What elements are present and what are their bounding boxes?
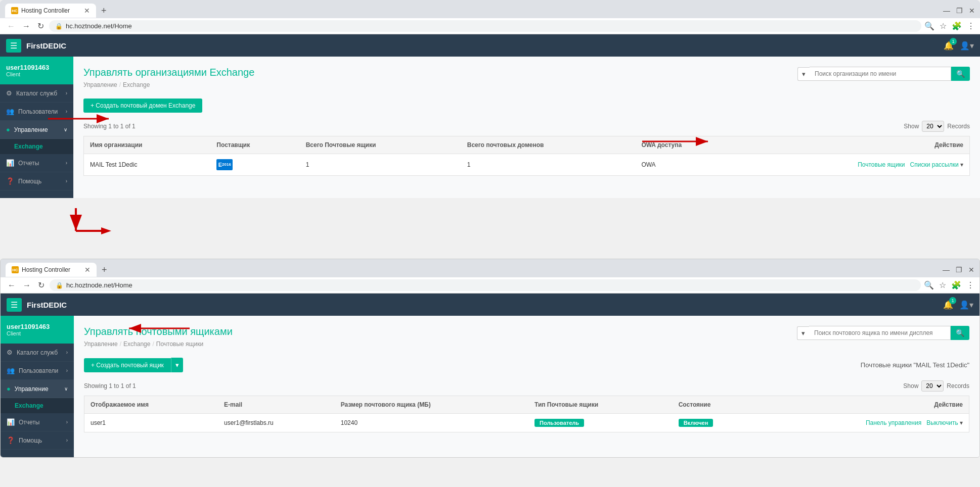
new-tab-button-1[interactable]: + — [98, 5, 110, 17]
app-header-1: ☰ FirstDEDIC 🔔 1 👤▾ — [0, 34, 980, 57]
sidebar-user-1: user11091463 Client — [0, 57, 73, 84]
notification-badge-1[interactable]: 🔔 1 — [944, 41, 954, 51]
create-exchange-domain-button[interactable]: + Создать почтовый домен Exchange — [83, 99, 202, 113]
address-bar-2: ← → ↻ 🔒 hc.hoztnodе.net/Home 🔍 ☆ 🧩 ⋮ — [1, 277, 979, 294]
sidebar-item-catalog-1[interactable]: ⚙ Каталог служб › — [0, 84, 73, 103]
minimize-button-2[interactable]: — — [943, 266, 950, 274]
help-icon-1: ❓ — [6, 177, 14, 185]
reports-chevron-1: › — [66, 160, 67, 166]
back-button-1[interactable]: ← — [5, 21, 17, 32]
address-field-2[interactable]: 🔒 hc.hoztnodе.net/Home — [50, 279, 921, 291]
tab-close-2[interactable]: ✕ — [84, 266, 91, 274]
reports-label-1: Отчеты — [18, 160, 39, 167]
reload-button-1[interactable]: ↻ — [35, 20, 46, 32]
search-icon-2[interactable]: 🔍 — [924, 280, 934, 290]
show-label-2: Show — [903, 382, 918, 389]
create-mailbox-dropdown[interactable]: ▾ — [171, 358, 183, 372]
extensions-icon-2[interactable]: 🧩 — [951, 280, 961, 290]
user-menu-button-2[interactable]: 👤▾ — [959, 300, 973, 310]
cell-org-name: MAIL Test 1Dedic — [84, 154, 211, 176]
sidebar-sub-exchange-2[interactable]: Exchange — [1, 398, 74, 413]
notif-count-1: 1 — [950, 38, 957, 45]
reports-icon-2: 📊 — [7, 418, 15, 426]
tab-favicon-1: HC — [11, 7, 18, 14]
hamburger-button-1[interactable]: ☰ — [6, 39, 21, 53]
disable-action-link[interactable]: Выключить — [926, 419, 958, 426]
sidebar-sub-exchange-1[interactable]: Exchange — [0, 139, 73, 154]
reload-button-2[interactable]: ↻ — [36, 279, 47, 291]
control-panel-action-link[interactable]: Панель управления — [866, 419, 921, 426]
breadcrumb-management-2: Управление — [84, 340, 118, 348]
cell-total-mailboxes: 1 — [300, 154, 461, 176]
action-dropdown-2[interactable]: ▾ — [960, 419, 963, 426]
show-select-1[interactable]: 20 50 — [922, 121, 944, 132]
close-window-2[interactable]: ✕ — [968, 266, 974, 274]
user-menu-button-1[interactable]: 👤▾ — [960, 41, 974, 51]
status-badge: Включен — [679, 419, 714, 427]
search-button-1[interactable]: 🔍 — [951, 67, 970, 81]
tab-close-1[interactable]: ✕ — [84, 7, 90, 15]
create-mailbox-button[interactable]: + Создать почтовый ящик — [84, 358, 171, 372]
browser-icons-1: 🔍 ☆ 🧩 ⋮ — [924, 21, 975, 31]
sidebar-nav-1: ⚙ Каталог служб › 👥 Пользователи › ● Упр… — [0, 84, 73, 198]
reports-chevron-2: › — [66, 419, 68, 425]
top-actions-1: + Создать почтовый домен Exchange — [83, 99, 970, 113]
new-tab-button-2[interactable]: + — [99, 264, 110, 276]
cell-action: Почтовые ящики Списки рассылки ▾ — [738, 154, 970, 176]
hamburger-button-2[interactable]: ☰ — [7, 298, 22, 312]
minimize-button-1[interactable]: — — [943, 7, 950, 15]
sidebar-item-users-1[interactable]: 👥 Пользователи › — [0, 103, 73, 121]
sidebar-item-reports-1[interactable]: 📊 Отчеты › — [0, 154, 73, 172]
active-tab-1[interactable]: HC Hosting Controller ✕ — [5, 4, 96, 18]
close-window-1[interactable]: ✕ — [969, 7, 975, 15]
cell-display-name: user1 — [84, 414, 218, 432]
mailboxes-action-link[interactable]: Почтовые ящики — [858, 161, 905, 168]
exchange-sub-label-1: Exchange — [14, 143, 43, 150]
search-input-1[interactable] — [810, 67, 951, 81]
sidebar-item-help-1[interactable]: ❓ Помощь › — [0, 172, 73, 190]
active-tab-2[interactable]: HC Hosting Controller ✕ — [6, 263, 97, 277]
site-title-1: FirstDEDIC — [26, 41, 66, 50]
bookmark-icon-2[interactable]: ☆ — [939, 280, 946, 290]
search-input-2[interactable] — [809, 326, 951, 340]
management-label-2: Управление — [15, 385, 49, 393]
browser-icons-2: 🔍 ☆ 🧩 ⋮ — [924, 280, 974, 290]
show-select-2[interactable]: 20 50 — [921, 380, 944, 392]
mailboxes-table: Отображаемое имя E-mail Размер почтового… — [84, 396, 969, 432]
sidebar-item-reports-2[interactable]: 📊 Отчеты › — [1, 413, 74, 431]
show-row-2: Show 20 50 Records — [903, 380, 969, 392]
notification-badge-2[interactable]: 🔔 1 — [943, 300, 953, 310]
mailing-lists-action-link[interactable]: Списки рассылки — [910, 161, 959, 168]
forward-button-2[interactable]: → — [21, 280, 33, 291]
app-2: ☰ FirstDEDIC 🔔 1 👤▾ user11091463 Client — [1, 294, 979, 457]
breadcrumb-exchange-1: Exchange — [123, 81, 150, 88]
bookmark-icon-1[interactable]: ☆ — [940, 21, 947, 31]
search-icon-1[interactable]: 🔍 — [924, 21, 934, 31]
sidebar-item-management-1[interactable]: ● Управление ∨ — [0, 121, 73, 139]
sidebar-item-catalog-2[interactable]: ⚙ Каталог служб › — [1, 344, 74, 362]
tab-title-2: Hosting Controller — [22, 266, 70, 273]
col-action: Действие — [738, 136, 970, 154]
page-title-2: Управлять почтовыми ящиками — [84, 326, 233, 337]
search-dropdown-btn-2[interactable]: ▾ — [797, 326, 809, 340]
sidebar-item-help-2[interactable]: ❓ Помощь › — [1, 431, 74, 450]
address-field-1[interactable]: 🔒 hc.hoztnodе.net/Home — [49, 20, 921, 32]
back-button-2[interactable]: ← — [6, 280, 18, 291]
menu-icon-1[interactable]: ⋮ — [967, 21, 975, 31]
management-icon-2: ● — [7, 385, 11, 393]
search-button-2[interactable]: 🔍 — [951, 326, 969, 340]
sidebar-1: user11091463 Client ⚙ Каталог служб › 👥 … — [0, 57, 73, 198]
sidebar-item-users-2[interactable]: 👥 Пользователи › — [1, 362, 74, 380]
search-dropdown-btn-1[interactable]: ▾ — [797, 67, 810, 81]
users-icon-1: 👥 — [6, 108, 14, 115]
forward-button-1[interactable]: → — [20, 21, 32, 32]
action-dropdown-1[interactable]: ▾ — [960, 161, 963, 168]
restore-button-2[interactable]: ❐ — [956, 266, 962, 274]
page-title-text-1: Управлять организациями — [83, 67, 207, 78]
restore-button-1[interactable]: ❐ — [956, 7, 963, 15]
sidebar-item-management-2[interactable]: ● Управление ∨ — [1, 380, 74, 398]
extensions-icon-1[interactable]: 🧩 — [952, 21, 962, 31]
show-row-1: Show 20 50 Records — [904, 121, 970, 132]
menu-icon-2[interactable]: ⋮ — [966, 280, 974, 290]
sidebar-role-2: Client — [7, 330, 68, 336]
